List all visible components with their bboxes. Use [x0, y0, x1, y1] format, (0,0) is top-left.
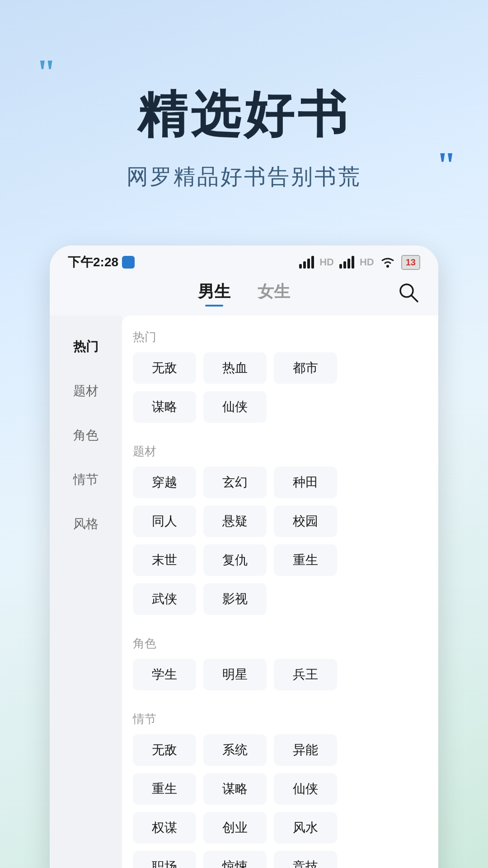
wifi-icon — [380, 256, 396, 269]
tag-invincible[interactable]: 无敌 — [133, 352, 196, 384]
plot-tags-row-1: 无敌 系统 异能 — [133, 734, 427, 766]
quote-right-icon: " — [436, 145, 452, 186]
right-content: 热门 无敌 热血 都市 谋略 仙侠 题材 穿越 玄幻 种田 同人 悬疑 校园 — [122, 316, 438, 868]
plot-tags-row-2: 重生 谋略 仙侠 — [133, 773, 427, 805]
tag-travel-time[interactable]: 穿越 — [133, 467, 196, 498]
app-icon — [122, 256, 135, 269]
tag-star[interactable]: 明星 — [203, 659, 267, 690]
tag-apocalypse[interactable]: 末世 — [133, 544, 196, 576]
tag-intrigue[interactable]: 权谋 — [133, 812, 196, 844]
hot-tags-row-1: 无敌 热血 都市 — [133, 352, 427, 384]
section-label-theme: 题材 — [133, 443, 427, 459]
plot-tags-row-3: 权谋 创业 风水 — [133, 812, 427, 844]
sub-title: 网罗精品好书告别书荒 — [36, 162, 452, 191]
tag-doujin[interactable]: 同人 — [133, 505, 196, 537]
tag-plot-strategy[interactable]: 谋略 — [203, 773, 267, 805]
tag-film[interactable]: 影视 — [203, 583, 267, 615]
signal-icon — [299, 256, 314, 269]
tag-fantasy[interactable]: 玄幻 — [203, 467, 267, 498]
tag-plot-xianxia[interactable]: 仙侠 — [274, 773, 337, 805]
section-label-role: 角色 — [133, 636, 427, 651]
tag-student[interactable]: 学生 — [133, 659, 196, 690]
section-label-plot: 情节 — [133, 711, 427, 727]
nav-tabs: 男生 女生 — [50, 276, 438, 316]
status-right-icons: HD HD 13 — [299, 255, 420, 270]
svg-point-0 — [386, 265, 389, 268]
sidebar-item-style[interactable]: 风格 — [50, 502, 122, 546]
tag-system[interactable]: 系统 — [203, 734, 267, 766]
hot-tags-row-2: 谋略 仙侠 — [133, 391, 427, 423]
theme-tags-row-1: 穿越 玄幻 种田 — [133, 467, 427, 498]
sidebar-item-hot[interactable]: 热门 — [50, 325, 122, 369]
tag-campus[interactable]: 校园 — [274, 505, 337, 537]
search-icon — [397, 281, 420, 304]
main-title: 精选好书 — [36, 81, 452, 149]
tab-male[interactable]: 男生 — [198, 281, 230, 307]
sidebar: 热门 题材 角色 情节 风格 — [50, 316, 122, 868]
tag-esports[interactable]: 竞技 — [274, 851, 337, 868]
theme-tags-row-2: 同人 悬疑 校园 — [133, 505, 427, 537]
sidebar-item-theme[interactable]: 题材 — [50, 369, 122, 413]
tag-soldier-king[interactable]: 兵王 — [274, 659, 337, 690]
theme-tags-row-3: 末世 复仇 重生 — [133, 544, 427, 576]
battery-icon: 13 — [401, 255, 420, 270]
svg-line-2 — [411, 295, 418, 302]
tag-hot-blood[interactable]: 热血 — [203, 352, 267, 384]
tag-farming[interactable]: 种田 — [274, 467, 337, 498]
tag-thriller[interactable]: 惊悚 — [203, 851, 267, 868]
theme-tags-row-4: 武侠 影视 — [133, 583, 427, 615]
signal-icon-2 — [339, 256, 354, 269]
content-area: 热门 题材 角色 情节 风格 热门 无敌 热血 都市 谋略 仙侠 题材 穿越 — [50, 316, 438, 868]
tag-plot-invincible[interactable]: 无敌 — [133, 734, 196, 766]
tag-plot-rebirth[interactable]: 重生 — [133, 773, 196, 805]
tag-mystery[interactable]: 悬疑 — [203, 505, 267, 537]
search-button[interactable] — [397, 281, 420, 306]
tag-superpower[interactable]: 异能 — [274, 734, 337, 766]
status-time: 下午2:28 — [68, 254, 135, 271]
tag-wuxia[interactable]: 武侠 — [133, 583, 196, 615]
tag-fengshui[interactable]: 风水 — [274, 812, 337, 844]
tag-startup[interactable]: 创业 — [203, 812, 267, 844]
plot-tags-row-4: 职场 惊悚 竞技 — [133, 851, 427, 868]
role-tags-row-1: 学生 明星 兵王 — [133, 659, 427, 690]
quote-left-icon: " — [36, 54, 52, 90]
tab-female[interactable]: 女生 — [258, 281, 290, 307]
sidebar-item-plot[interactable]: 情节 — [50, 458, 122, 502]
tag-rebirth[interactable]: 重生 — [274, 544, 337, 576]
tag-strategy[interactable]: 谋略 — [133, 391, 196, 423]
phone-mockup: 下午2:28 HD HD — [50, 245, 438, 868]
tag-city[interactable]: 都市 — [274, 352, 337, 384]
sidebar-item-role[interactable]: 角色 — [50, 413, 122, 458]
tag-revenge[interactable]: 复仇 — [203, 544, 267, 576]
tag-workplace[interactable]: 职场 — [133, 851, 196, 868]
section-label-hot: 热门 — [133, 329, 427, 345]
tag-xianxia[interactable]: 仙侠 — [203, 391, 267, 423]
status-bar: 下午2:28 HD HD — [50, 245, 438, 276]
